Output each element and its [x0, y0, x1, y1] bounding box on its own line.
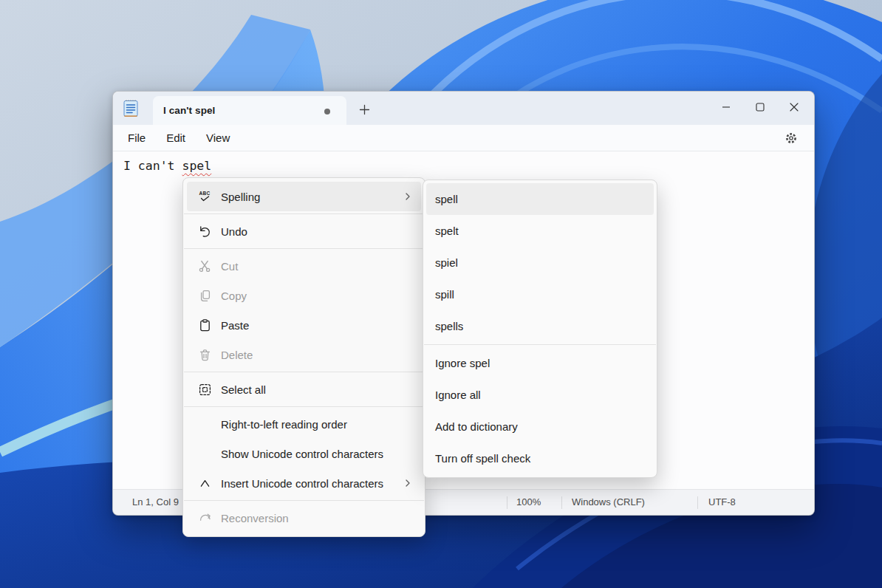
settings-button[interactable] [780, 128, 802, 148]
spelling-submenu: spell spelt spiel spill spells Ignore sp… [423, 180, 657, 478]
menu-separator [424, 344, 656, 345]
menu-item-label: Reconversion [221, 512, 289, 524]
submenu-item-spell[interactable]: spell [426, 183, 654, 215]
context-menu: ABC Spelling Undo Cut Copy Paste [182, 177, 425, 537]
select-all-icon [196, 383, 213, 397]
status-zoom-level: 100% [516, 496, 541, 507]
menu-file[interactable]: File [117, 128, 156, 148]
context-menu-item-copy: Copy [187, 281, 421, 310]
maximize-button[interactable] [743, 92, 777, 123]
context-menu-item-reconversion: Reconversion [187, 503, 421, 533]
menu-separator [184, 372, 424, 372]
menu-separator [184, 406, 424, 407]
submenu-item-add-to-dictionary[interactable]: Add to dictionary [426, 411, 654, 442]
scissors-icon [196, 259, 213, 273]
menu-item-label: Spelling [221, 191, 260, 203]
status-cursor-position: Ln 1, Col 9 [132, 496, 179, 507]
plus-icon [359, 104, 370, 115]
submenu-item-spelt[interactable]: spelt [426, 215, 654, 247]
context-menu-item-insert-unicode-control-characters[interactable]: Insert Unicode control characters [187, 468, 421, 498]
menu-item-label: Insert Unicode control characters [221, 477, 383, 490]
status-divider [697, 496, 698, 509]
submenu-item-spells[interactable]: spells [426, 310, 654, 342]
status-line-ending: Windows (CRLF) [572, 496, 645, 507]
misspelled-word: spel [182, 159, 211, 173]
notepad-app-icon [123, 99, 139, 118]
menu-item-label: Cut [221, 260, 238, 273]
context-menu-item-show-unicode-control-characters[interactable]: Show Unicode control characters [187, 439, 421, 468]
status-encoding: UTF-8 [708, 496, 736, 507]
menu-item-label: Select all [221, 383, 266, 396]
close-icon [790, 103, 799, 112]
context-menu-item-paste[interactable]: Paste [187, 310, 421, 340]
menu-item-label: Undo [221, 225, 247, 238]
context-menu-item-delete: Delete [187, 340, 421, 369]
context-menu-item-spelling[interactable]: ABC Spelling [187, 182, 421, 211]
window-controls [709, 92, 811, 125]
submenu-item-ignore-all[interactable]: Ignore all [426, 379, 654, 411]
menu-edit[interactable]: Edit [156, 128, 196, 148]
menu-item-label: Delete [221, 349, 253, 361]
chevron-right-icon [402, 191, 414, 202]
titlebar[interactable]: I can't spel [113, 92, 814, 125]
menu-item-label: Paste [221, 319, 249, 332]
copy-icon [196, 289, 213, 303]
menu-item-label: Show Unicode control characters [221, 448, 383, 460]
menu-separator [184, 500, 424, 501]
menu-item-label: Copy [221, 290, 247, 302]
submenu-item-spiel[interactable]: spiel [426, 247, 654, 278]
submenu-item-turn-off-spell-check[interactable]: Turn off spell check [426, 442, 654, 474]
tab-title: I can't spel [163, 105, 215, 116]
submenu-item-spill[interactable]: spill [426, 278, 654, 310]
menu-separator [184, 213, 424, 214]
minimize-button[interactable] [709, 92, 743, 123]
menu-item-label: Right-to-left reading order [221, 418, 347, 431]
context-menu-item-undo[interactable]: Undo [187, 216, 421, 246]
tab-i-cant-spel[interactable]: I can't spel [153, 96, 346, 125]
caret-icon [196, 476, 213, 490]
menu-separator [184, 248, 424, 249]
menubar: File Edit View [113, 125, 814, 151]
status-divider [561, 496, 562, 509]
context-menu-item-cut: Cut [187, 251, 421, 281]
new-tab-button[interactable] [353, 99, 375, 120]
menu-view[interactable]: View [196, 128, 240, 148]
minimize-icon [722, 103, 731, 112]
trash-icon [196, 348, 213, 362]
close-button[interactable] [777, 92, 811, 123]
editor-text-line: I can't spel [123, 159, 211, 173]
chevron-right-icon [402, 477, 414, 489]
clipboard-icon [196, 318, 213, 332]
spelling-check-icon: ABC [196, 191, 213, 202]
unsaved-changes-dot-icon [324, 109, 330, 114]
editor-text: I can't [123, 159, 182, 173]
maximize-icon [756, 103, 765, 112]
submenu-item-ignore-spel[interactable]: Ignore spel [426, 347, 654, 379]
undo-icon [196, 224, 213, 239]
context-menu-item-rtl-reading-order[interactable]: Right-to-left reading order [187, 409, 421, 439]
context-menu-item-select-all[interactable]: Select all [187, 375, 421, 404]
gear-icon [784, 131, 799, 146]
status-divider [507, 496, 507, 509]
reconversion-icon [196, 511, 213, 525]
